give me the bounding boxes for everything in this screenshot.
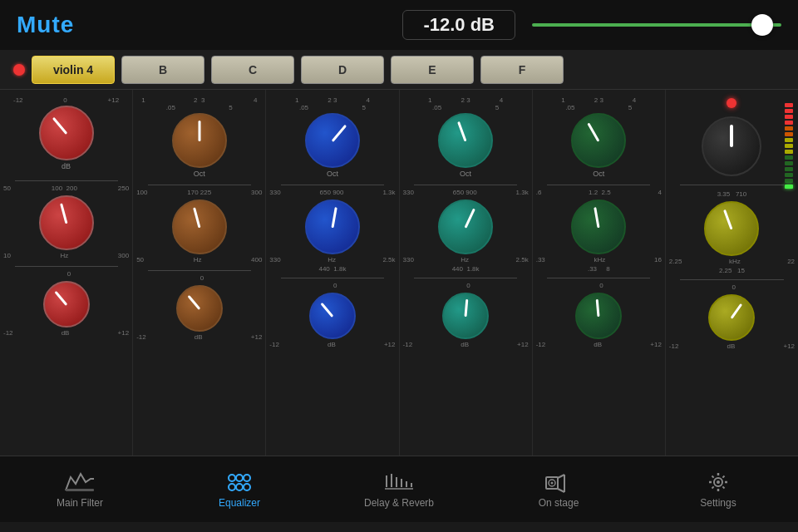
nav-delay-reverb-label: Delay & Reverb xyxy=(364,497,434,509)
gain-bot-knob-5[interactable] xyxy=(575,293,622,339)
svg-line-27 xyxy=(722,486,724,488)
svg-line-29 xyxy=(712,486,714,488)
preset-d[interactable]: D xyxy=(301,56,384,84)
svg-point-1 xyxy=(229,475,235,481)
gain-bot-indicator-5 xyxy=(596,299,600,317)
gain-bot-knob-2[interactable] xyxy=(176,285,223,332)
master-led xyxy=(727,98,736,108)
gain-indicator xyxy=(52,117,66,135)
preset-f[interactable]: F xyxy=(480,56,564,84)
svg-rect-0 xyxy=(66,489,94,491)
freq-knob-2[interactable] xyxy=(172,200,227,254)
nav-main-filter-label: Main Filter xyxy=(57,497,103,509)
preset-row: violin 4 B C D E F xyxy=(0,50,798,90)
freq-indicator-1 xyxy=(60,204,67,224)
volume-thumb[interactable] xyxy=(751,14,773,36)
freq-indicator-2 xyxy=(193,208,200,229)
svg-point-5 xyxy=(236,484,243,490)
preset-e[interactable]: E xyxy=(391,56,474,84)
svg-line-26 xyxy=(712,475,714,477)
preset-a[interactable]: violin 4 xyxy=(32,56,115,84)
svg-point-3 xyxy=(244,475,250,481)
freq-indicator-6 xyxy=(724,209,733,229)
gain-bot-knob-3[interactable] xyxy=(309,293,356,339)
filter-icon xyxy=(64,470,96,494)
volume-slider[interactable] xyxy=(532,23,781,27)
band-high: 12 34 .055 Oct .6 1.2 2.5 4 .33 kHz 16 .… xyxy=(533,90,666,456)
svg-point-21 xyxy=(717,480,720,484)
svg-line-18 xyxy=(558,489,564,492)
eq-icon xyxy=(224,470,255,494)
nav-on-stage-label: On stage xyxy=(539,497,579,509)
band-low: 1 2 3 4 .055 Oct 100 170 225 300 50 Hz 4… xyxy=(133,90,266,456)
volume-track xyxy=(532,23,781,27)
svg-line-17 xyxy=(558,475,564,478)
freq-indicator-3 xyxy=(331,208,337,229)
preset-b[interactable]: B xyxy=(121,56,204,84)
nav-settings[interactable]: Settings xyxy=(638,470,798,509)
svg-point-2 xyxy=(236,475,243,481)
gain-bot-indicator-3 xyxy=(320,303,333,318)
vu-meter xyxy=(785,103,793,189)
gain-bot-indicator-4 xyxy=(465,299,469,317)
header: Mute -12.0 dB xyxy=(0,0,798,50)
gain-bot-knob-6[interactable] xyxy=(708,294,755,341)
nav-equalizer[interactable]: Equalizer xyxy=(160,470,319,509)
gear-icon xyxy=(703,470,733,494)
band-gain: -12 0 +12 dB 50 100 200 250 10 Hz 300 0 xyxy=(0,90,133,456)
gain-bot-indicator-1 xyxy=(54,291,67,306)
band-master: 3.3 5 7 10 2.25 kHz 22 2.25 15 0 -12 dB … xyxy=(666,90,798,456)
gain-bot-knob-1[interactable] xyxy=(43,281,90,328)
nav-on-stage[interactable]: On stage xyxy=(479,470,638,509)
freq-knob-4[interactable] xyxy=(438,200,493,254)
freq-knob-5[interactable] xyxy=(571,200,626,254)
nav-settings-label: Settings xyxy=(700,497,736,509)
q-knob-5[interactable] xyxy=(571,113,626,168)
svg-point-4 xyxy=(229,484,235,490)
gain-bot-indicator-2 xyxy=(187,295,200,310)
q-knob-4[interactable] xyxy=(438,113,493,168)
q-indicator-4 xyxy=(457,121,466,141)
q-indicator-5 xyxy=(588,123,600,142)
q-indicator-2 xyxy=(198,121,200,141)
svg-line-28 xyxy=(722,475,724,477)
freq-knob-6[interactable] xyxy=(704,201,759,256)
freq-knob-1[interactable] xyxy=(39,195,94,250)
q-knob-3[interactable] xyxy=(305,113,360,168)
nav-equalizer-label: Equalizer xyxy=(219,497,260,509)
master-indicator xyxy=(730,125,733,147)
gain-bot-knob-4[interactable] xyxy=(442,293,489,339)
svg-point-6 xyxy=(244,484,250,490)
stage-icon xyxy=(543,470,574,494)
mute-button[interactable]: Mute xyxy=(17,12,74,38)
band-hi-mid: 12 34 .055 Oct 330 650 900 1.3k 330 Hz 2… xyxy=(400,90,533,456)
db-display: -12.0 dB xyxy=(402,10,515,40)
master-volume-knob[interactable] xyxy=(702,116,761,176)
bottom-nav: Main Filter Equalizer Delay & Reverb xyxy=(0,456,798,522)
freq-indicator-5 xyxy=(594,208,599,229)
q-indicator-3 xyxy=(332,125,347,142)
delay-icon xyxy=(383,470,415,494)
svg-point-16 xyxy=(551,481,554,484)
preset-c[interactable]: C xyxy=(211,56,294,84)
nav-delay-reverb[interactable]: Delay & Reverb xyxy=(319,470,479,509)
q-knob-2[interactable] xyxy=(172,113,227,168)
gain-bot-indicator-6 xyxy=(731,303,742,319)
nav-main-filter[interactable]: Main Filter xyxy=(0,470,160,509)
eq-panel: -12 0 +12 dB 50 100 200 250 10 Hz 300 0 xyxy=(0,90,798,456)
gain-knob[interactable] xyxy=(39,106,94,160)
band-lo-mid: 12 34 .055 Oct 330 650 900 1.3k 330 Hz 2… xyxy=(266,90,399,456)
freq-indicator-4 xyxy=(465,209,475,229)
freq-knob-3[interactable] xyxy=(305,200,360,254)
record-indicator xyxy=(13,64,25,76)
